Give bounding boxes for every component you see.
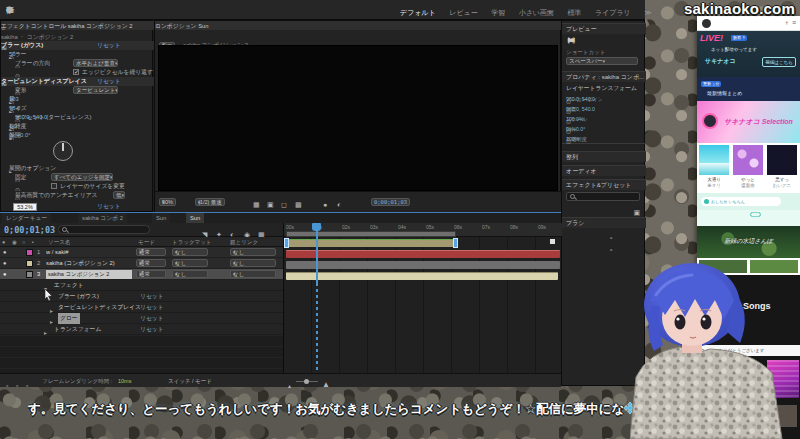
switches-modes-toggle[interactable]: スイッチ / モード [168,374,212,388]
comp-current-time[interactable]: 0;00;01;03 [371,198,410,206]
transform-value[interactable]: 0x +0.0° [566,124,585,134]
notice-strip[interactable]: おしらせ いちらん [697,193,800,210]
expand-layer-switches-icon[interactable]: ▫ [4,376,10,396]
transform-value[interactable]: 100.0% [566,114,584,124]
parent-select[interactable]: なし [230,259,276,267]
timeline-search-input[interactable] [58,225,150,234]
displacement-select[interactable]: タービュレント [73,86,118,94]
thumbnail-image[interactable] [699,145,729,175]
stopwatch-icon[interactable] [15,182,20,191]
matte-select[interactable]: なし [172,248,208,256]
brushes-panel-header[interactable]: ブラシ [562,217,646,228]
last-frame-icon[interactable]: ▶| [568,35,575,45]
matte-select[interactable]: なし [172,259,208,267]
effects-group-row[interactable]: エフェクト [0,280,283,291]
align-panel-header[interactable]: 整列 [562,151,646,162]
panel-menu-icon[interactable] [1,21,5,30]
tab-comp-sun-active[interactable]: Sun [186,213,204,223]
browser-menu-icon[interactable]: ＋ ≡ [783,18,796,28]
effect-row-gaussian-blur[interactable]: ブラー (ガウス) リセット [0,291,283,302]
selected-layer-bar[interactable] [286,239,456,247]
zoom-out-mountain-icon[interactable]: ▴ [286,376,293,396]
live-banner[interactable]: LIVE! 配信中告知新着 ネット配信やってます サキナオコ 視聴はこちら [697,31,800,77]
layer-color-chip[interactable] [26,249,33,256]
layer-row-2[interactable]: ● 2 sakiha (コンポジション 2) 通常 なし なし [0,258,283,269]
composition-tab[interactable]: コンポジション Sun × [155,21,562,30]
param-value[interactable]: 0x +0.0° [9,131,31,140]
mode-select[interactable]: 通常 [136,259,166,267]
reset-link[interactable]: リセット [140,302,164,313]
reset-link[interactable]: リセット [140,291,164,302]
eye-icon[interactable]: ● [3,258,7,269]
tab-comp-sakiha[interactable]: sakiha コンポ 2 [78,213,127,223]
pinning-select[interactable]: すべてのエッジを固定 [51,173,113,181]
effect-header-gaussian-blur[interactable]: ブラー (ガウス) リセット [1,41,154,50]
transform-value[interactable]: 100% [566,134,579,144]
thumbnail-image[interactable] [767,145,797,175]
matte-select[interactable]: なし [172,270,208,278]
info-banner[interactable]: お知らせ更新 最新情報まとめ [697,77,800,101]
mode-select[interactable]: 通常 [136,248,166,256]
composition-viewer[interactable] [158,45,558,191]
transform-group-row[interactable]: トランスフォーム リセット [0,324,283,335]
reset-link[interactable]: リセット [97,202,121,211]
stopwatch-icon[interactable] [15,68,20,77]
tag-pill[interactable]: 更新 [701,81,713,87]
workspace-more-chevron[interactable]: ≫ [644,3,651,23]
expand-transfer-controls-icon[interactable]: ▫ [14,376,20,396]
layer-row-3-selected[interactable]: ● 3 sakiha コンポジション 2 通常 なし なし [0,269,283,280]
properties-panel-header[interactable]: プロパティ : sakiha コンポ... [562,71,646,82]
shortcut-select[interactable]: スペースバー [566,57,638,65]
layer-bar-cream[interactable] [286,272,558,280]
playhead-line[interactable] [316,223,318,283]
effects-presets-panel-header[interactable]: エフェクト&プリセット [562,179,646,190]
mode-select[interactable]: 通常 [136,270,166,278]
tab-render-queue[interactable]: レンダーキュー [2,213,51,223]
layer-in-handle[interactable] [284,238,289,248]
preview-panel-header[interactable]: プレビュー [562,23,646,34]
audio-panel-header[interactable]: オーディオ [562,165,646,176]
puppet-pin-tool-icon[interactable]: ✓ [4,0,16,20]
repeat-edge-checkbox[interactable] [73,69,79,75]
parent-select[interactable]: なし [230,270,276,278]
layer-out-handle[interactable] [453,238,458,248]
effect-controls-tab[interactable]: エフェクトコントロール sakiha コンポジション 2 [1,21,154,30]
transform-value[interactable]: 960.0, 540.0 [566,94,595,104]
blur-direction-select[interactable]: 水平および垂直 [73,59,118,67]
nature-banner[interactable]: 新緑の水辺さんぽ [697,226,800,258]
magnification-select[interactable]: 50% [159,198,176,206]
effect-row-glow-selected[interactable]: グロー リセット [0,313,283,324]
param-value[interactable]: 1.0 [9,122,17,131]
work-area-end-marker[interactable] [550,239,555,244]
reset-link[interactable]: リセット [97,41,121,50]
effects-presets-search-input[interactable] [566,192,640,201]
timeline-zoom-thumb[interactable] [304,379,309,384]
eye-icon[interactable]: ● [3,269,7,280]
work-area-bar[interactable] [286,231,456,237]
layer-bar-gray[interactable] [286,261,560,269]
eye-icon[interactable]: ● [3,247,7,258]
param-value[interactable]: 50 [9,50,15,59]
site-logo-icon[interactable] [702,19,711,28]
tab-close-icon[interactable]: × [155,21,158,30]
playhead-handle[interactable] [312,223,321,231]
layer-name-edit-box[interactable]: sakiha コンポジション 2 [46,270,132,279]
antialiasing-select[interactable]: 低 [113,191,125,199]
reset-link[interactable]: リセット [140,313,164,324]
effect-header-turbulent-displace[interactable]: タービュレントディスプレイス リセット [1,77,154,86]
resolution-select[interactable]: (1/2) 最速 [195,198,225,206]
value-edit-box[interactable]: 53.2% [13,203,37,211]
layer-color-chip[interactable] [26,260,33,267]
parent-select[interactable]: なし [230,248,276,256]
layer-row-1[interactable]: ● 1 w / saki# 通常 なし なし [0,247,283,258]
transform-value[interactable]: 960.0, 540.0 [566,104,595,114]
param-value[interactable]: 960.0, 540.0 [15,113,47,122]
effect-row-turbulent-displace[interactable]: タービュレントディスプレイス リセット [0,302,283,313]
brand-banner[interactable]: サキナオコ Selection [697,101,800,143]
zoom-in-mountain-icon[interactable]: ▲ [320,375,332,395]
param-value[interactable]: 103 [9,95,19,104]
timeline-graph-area[interactable]: 00s 01s 02s 03s 04s 05s 06s 07s 08s 09s [283,223,561,373]
layer-color-chip[interactable] [26,271,33,278]
reset-link[interactable]: リセット [140,324,164,335]
param-value[interactable]: 98.0 [9,104,20,113]
